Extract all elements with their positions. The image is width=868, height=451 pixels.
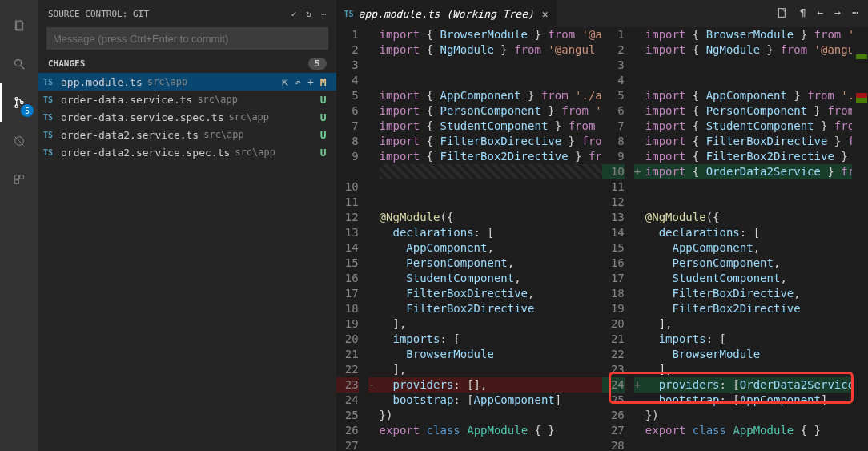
code-line[interactable]	[380, 73, 602, 88]
change-item[interactable]: TSapp.module.tssrc\app⇱↶+M	[38, 73, 336, 91]
file-name: order-data.service.spec.ts	[61, 111, 224, 123]
code-line[interactable]: StudentComponent,	[645, 271, 868, 286]
code-line[interactable]	[380, 438, 602, 451]
code-line[interactable]: declarations: [	[380, 225, 602, 240]
source-control-icon[interactable]: 5	[0, 83, 38, 122]
explorer-icon[interactable]	[0, 6, 38, 45]
code-line[interactable]: imports: [	[380, 332, 602, 347]
code-line[interactable]: import { PersonComponent } from '	[380, 103, 602, 119]
changes-list: TSapp.module.tssrc\app⇱↶+MTSorder-data.s…	[38, 73, 336, 161]
svg-rect-12	[778, 8, 785, 17]
ts-file-icon: TS	[43, 131, 56, 139]
code-line[interactable]: ],	[380, 316, 602, 332]
code-line[interactable]: export class AppModule { }	[380, 423, 602, 438]
file-name: app.module.ts	[61, 76, 143, 88]
tab-app-module[interactable]: TS app.module.ts (Working Tree) ✕	[336, 0, 557, 27]
code-line[interactable]: })	[380, 408, 602, 423]
editor-more-icon[interactable]: ⋯	[852, 6, 858, 22]
diff-right-pane[interactable]: 1234567891011121314151617181920212223242…	[602, 27, 868, 451]
code-line[interactable]	[645, 73, 868, 88]
svg-rect-9	[15, 175, 19, 179]
previous-change-icon[interactable]: ←	[818, 6, 824, 22]
code-line[interactable]: BrowserModule	[380, 347, 602, 362]
code-line[interactable]: import { FilterBoxDirective } fro	[380, 134, 602, 149]
code-line[interactable]: import { NgModule } from '@angul	[380, 42, 602, 58]
code-line[interactable]: import { FilterBox2Directive } fr	[380, 149, 602, 164]
debug-icon[interactable]	[0, 122, 38, 160]
open-file-icon[interactable]: ⇱	[282, 76, 288, 88]
more-icon[interactable]: ⋯	[321, 9, 327, 19]
code-line[interactable]: bootstrap: [AppComponent]	[645, 393, 868, 408]
sidebar-header: SOURCE CONTROL: GIT ✓ ↻ ⋯	[38, 0, 336, 27]
code-line[interactable]: PersonComponent,	[645, 256, 868, 271]
code-line[interactable]: StudentComponent,	[380, 271, 602, 286]
code-line[interactable]: imports: [	[645, 332, 868, 347]
change-item[interactable]: TSorder-data.service.tssrc\app⇱↶+U	[38, 91, 336, 108]
code-line[interactable]: import { FilterBoxDirective } fro	[645, 134, 868, 149]
code-line[interactable]	[380, 195, 602, 210]
code-line[interactable]	[645, 179, 868, 195]
file-name: order-data.service.ts	[61, 94, 192, 106]
commit-message-input[interactable]	[46, 27, 328, 50]
close-icon[interactable]: ✕	[542, 8, 549, 20]
code-line[interactable]: FilterBox2Directive	[645, 301, 868, 316]
code-line[interactable]: providers: [],	[380, 377, 602, 393]
extensions-icon[interactable]	[0, 160, 38, 199]
status-badge: M	[320, 76, 327, 88]
change-item[interactable]: TSorder-data2.service.spec.tssrc\app⇱↶+U	[38, 143, 336, 161]
code-line[interactable]	[380, 179, 602, 195]
status-badge: U	[320, 94, 327, 106]
next-change-icon[interactable]: →	[834, 6, 841, 22]
change-item[interactable]: TSorder-data2.service.tssrc\app⇱↶+U	[38, 126, 336, 143]
editor-tabs: TS app.module.ts (Working Tree) ✕ ¶ ← → …	[336, 0, 868, 27]
file-path: src\app	[229, 111, 270, 123]
code-line[interactable]: AppComponent,	[380, 240, 602, 256]
code-line[interactable]: PersonComponent,	[380, 256, 602, 271]
code-line[interactable]: BrowserModule	[645, 347, 868, 362]
open-file-icon[interactable]	[776, 6, 789, 22]
changes-section-header[interactable]: CHANGES 5	[38, 54, 336, 73]
ts-file-icon: TS	[43, 148, 56, 157]
code-line[interactable]	[645, 58, 868, 73]
code-line[interactable]: import { FilterBox2Directive } fr	[645, 149, 868, 164]
code-line[interactable]: FilterBoxDirective,	[380, 286, 602, 301]
code-line[interactable]: @NgModule({	[380, 210, 602, 225]
code-line[interactable]: import { BrowserModule } from '@a	[645, 27, 868, 42]
code-line[interactable]: FilterBoxDirective,	[645, 286, 868, 301]
code-line[interactable]: import { AppComponent } from './a	[645, 88, 868, 103]
code-line[interactable]: import { NgModule } from '@angula	[645, 42, 868, 58]
code-line[interactable]: declarations: [	[645, 225, 868, 240]
code-line[interactable]: providers: [OrderData2Service],	[645, 377, 868, 393]
code-line[interactable]: @NgModule({	[645, 210, 868, 225]
code-line[interactable]: import { StudentComponent } from	[645, 119, 868, 134]
stage-icon[interactable]: +	[307, 76, 314, 88]
code-line[interactable]	[645, 195, 868, 210]
change-item[interactable]: TSorder-data.service.spec.tssrc\app⇱↶+U	[38, 108, 336, 126]
minimap[interactable]	[852, 27, 868, 451]
commit-icon[interactable]: ✓	[291, 9, 297, 19]
code-line[interactable]: ],	[380, 362, 602, 377]
file-path: src\app	[235, 147, 275, 158]
show-whitespace-icon[interactable]: ¶	[800, 6, 806, 22]
code-line[interactable]: ],	[645, 362, 868, 377]
ts-file-icon: TS	[43, 113, 56, 122]
code-line[interactable]	[380, 58, 602, 73]
code-line[interactable]: FilterBox2Directive	[380, 301, 602, 316]
code-line[interactable]: })	[645, 408, 868, 423]
refresh-icon[interactable]: ↻	[306, 9, 311, 19]
search-icon[interactable]	[0, 45, 38, 83]
ts-file-icon: TS	[344, 10, 354, 18]
code-line[interactable]: import { StudentComponent } from	[380, 119, 602, 134]
file-path: src\app	[197, 94, 238, 105]
code-line[interactable]: AppComponent,	[645, 240, 868, 256]
code-line[interactable]: bootstrap: [AppComponent]	[380, 393, 602, 408]
code-line[interactable]	[645, 438, 868, 451]
diff-left-pane[interactable]: 1234567891011121314151617181920212223242…	[336, 27, 602, 451]
discard-icon[interactable]: ↶	[295, 76, 301, 88]
code-line[interactable]: ],	[645, 316, 868, 332]
code-line[interactable]: export class AppModule { }	[645, 423, 868, 438]
code-line[interactable]: import { BrowserModule } from '@a	[380, 27, 602, 42]
code-line[interactable]: import { PersonComponent } from '	[645, 103, 868, 119]
code-line[interactable]: import { OrderData2Service } from	[645, 164, 868, 179]
code-line[interactable]: import { AppComponent } from './a	[380, 88, 602, 103]
